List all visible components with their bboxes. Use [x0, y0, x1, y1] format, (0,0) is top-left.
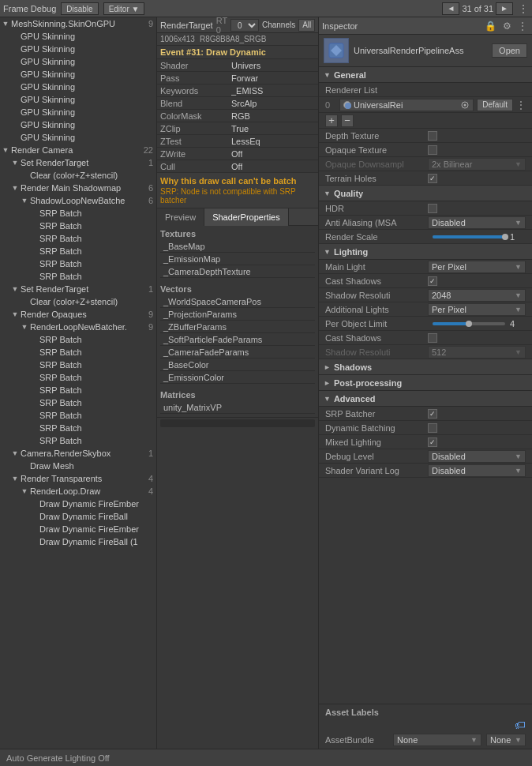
remove-renderer-button[interactable]: − [341, 115, 354, 127]
asset-icon [324, 38, 349, 63]
all-channel-button[interactable]: All [298, 19, 315, 32]
anti-aliasing-dropdown[interactable]: Disabled ▼ [428, 216, 526, 229]
depth-texture-checkbox[interactable] [428, 131, 437, 141]
tree-item-gpuskinning6[interactable]: GPU Skinning [0, 93, 156, 106]
shadow-resolution-dropdown[interactable]: 2048 ▼ [428, 289, 526, 302]
tree-item-srpbatch3[interactable]: SRP Batch [0, 232, 156, 245]
dynamic-batching-checkbox[interactable] [428, 423, 437, 433]
preview-tab[interactable]: Preview [157, 208, 204, 226]
tree-item-rendertransparents[interactable]: Render Transparents4 [0, 472, 156, 485]
tree-item-drawmesh[interactable]: Draw Mesh [0, 460, 156, 472]
hdr-checkbox[interactable] [428, 204, 437, 213]
tree-item-gpuskinning5[interactable]: GPU Skinning [0, 81, 156, 93]
additional-lights-dropdown[interactable]: Per Pixel ▼ [428, 303, 526, 316]
tree-label: ShadowLoopNewBatche [30, 196, 145, 205]
tree-item-srpbatch10[interactable]: SRP Batch [0, 371, 156, 384]
asset-bundle-dropdown2[interactable]: None ▼ [486, 734, 526, 746]
tree-item-rendercamera[interactable]: Render Camera22 [0, 144, 156, 156]
tree-arrow-icon [11, 475, 19, 483]
add-renderer-button[interactable]: + [325, 115, 338, 127]
tree-label: GPU Skinning [21, 107, 156, 117]
postprocessing-section-header[interactable]: ► Post-processing [319, 375, 532, 391]
open-button[interactable]: Open [492, 43, 527, 58]
tree-item-srpbatch2[interactable]: SRP Batch [0, 220, 156, 232]
tree-item-srpbatch12[interactable]: SRP Batch [0, 396, 156, 409]
advanced-section-header[interactable]: ▼ Advanced [319, 391, 532, 407]
tree-item-shadowloop[interactable]: ShadowLoopNewBatche6 [0, 194, 156, 207]
additional-lights-arrow-icon: ▼ [515, 306, 522, 314]
ab-none1: None [397, 735, 418, 745]
tree-item-gpuskinning7[interactable]: GPU Skinning [0, 106, 156, 118]
tree-item-setrendertarget2[interactable]: Set RenderTarget1 [0, 283, 156, 295]
renderer-item-box[interactable]: UniversalRei [339, 99, 474, 111]
tree-item-drawball1[interactable]: Draw Dynamic FireBall [0, 510, 156, 523]
renderer-item-row: 0 UniversalRei Default ⋮ [319, 97, 532, 113]
menu-button[interactable]: ⋮ [518, 3, 529, 14]
tree-item-gpuskinning8[interactable]: GPU Skinning [0, 118, 156, 131]
asset-bundle-dropdown1[interactable]: None ▼ [393, 734, 481, 746]
more-icon-button[interactable]: ⋮ [516, 21, 529, 32]
tree-item-srpbatch13[interactable]: SRP Batch [0, 409, 156, 422]
tree-item-clearcolorz2[interactable]: Clear (color+Z+stencil) [0, 295, 156, 308]
tree-item-srpbatch4[interactable]: SRP Batch [0, 245, 156, 257]
per-object-limit-row: Per Object Limit 4 [319, 317, 532, 331]
tree-item-rendernewbatcher[interactable]: RenderLoopNewBatcher.9 [0, 321, 156, 333]
tree-item-srpbatch8[interactable]: SRP Batch [0, 346, 156, 359]
main-light-dropdown[interactable]: Per Pixel ▼ [428, 261, 526, 273]
mixed-lighting-checkbox[interactable] [428, 437, 437, 447]
tree-item-srpbatch7[interactable]: SRP Batch [0, 333, 156, 346]
lighting-section-header[interactable]: ▼ Lighting [319, 244, 532, 260]
vector-row: _ZBufferParams [160, 321, 315, 333]
tree-item-rendermain[interactable]: Render Main Shadowmap6 [0, 182, 156, 194]
disable-button[interactable]: Disable [61, 2, 98, 15]
srp-batcher-checkbox[interactable] [428, 409, 437, 419]
tree-label: Draw Dynamic FireEmber [39, 524, 156, 534]
tree-item-srpbatch5[interactable]: SRP Batch [0, 257, 156, 270]
tree-item-gpuskinning3[interactable]: GPU Skinning [0, 55, 156, 68]
tree-item-gpuskinning4[interactable]: GPU Skinning [0, 68, 156, 81]
opaque-texture-checkbox[interactable] [428, 145, 437, 155]
tree-item-srpbatch6[interactable]: SRP Batch [0, 270, 156, 283]
renderer-menu-button[interactable]: ⋮ [516, 100, 526, 111]
tree-item-srpbatch1[interactable]: SRP Batch [0, 207, 156, 220]
anti-aliasing-row: Anti Aliasing (MSA Disabled ▼ [319, 216, 532, 230]
tree-item-drawball2[interactable]: Draw Dynamic FireBall (1 [0, 535, 156, 548]
tree-item-renderopaques[interactable]: Render Opaques9 [0, 308, 156, 321]
prev-frame-button[interactable]: ◄ [442, 2, 459, 15]
terrain-holes-checkbox[interactable] [428, 174, 437, 183]
tree-item-setrendertarget1[interactable]: Set RenderTarget1 [0, 156, 156, 169]
render-scale-thumb[interactable] [502, 234, 508, 240]
shader-properties-tab[interactable]: ShaderProperties [204, 208, 289, 226]
tree-item-meshskinning[interactable]: MeshSkinning.SkinOnGPU9 [0, 17, 156, 30]
tree-item-renderloopdraw[interactable]: RenderLoop.Draw4 [0, 485, 156, 498]
next-frame-button[interactable]: ► [496, 2, 513, 15]
tree-label: Draw Dynamic FireBall [39, 512, 156, 521]
general-section-header[interactable]: ▼ General [319, 67, 532, 83]
quality-section-header[interactable]: ▼ Quality [319, 186, 532, 201]
shadows-section-header[interactable]: ► Shadows [319, 359, 532, 375]
tree-item-gpuskinning9[interactable]: GPU Skinning [0, 131, 156, 144]
per-object-thumb[interactable] [466, 321, 472, 327]
editor-button[interactable]: Editor ▼ [103, 2, 145, 15]
cast-shadows-checkbox[interactable] [428, 276, 437, 286]
tree-item-gpuskinning1[interactable]: GPU Skinning [0, 30, 156, 43]
tree-item-drawember2[interactable]: Draw Dynamic FireEmber [0, 523, 156, 535]
rt-dropdown[interactable]: 0 [230, 19, 259, 32]
tree-item-srpbatch11[interactable]: SRP Batch [0, 384, 156, 396]
shader-variant-dropdown[interactable]: Disabled ▼ [428, 464, 526, 477]
tree-item-srpbatch15[interactable]: SRP Batch [0, 434, 156, 447]
tree-item-clearcolorz[interactable]: Clear (color+Z+stencil) [0, 169, 156, 182]
settings-icon-button[interactable]: ⚙ [501, 21, 513, 32]
tree-count: 1 [148, 158, 153, 167]
horizontal-scrollbar[interactable] [160, 419, 315, 427]
tree-item-cameraskybox[interactable]: Camera.RenderSkybox1 [0, 447, 156, 460]
debug-level-dropdown[interactable]: Disabled ▼ [428, 450, 526, 463]
lock-icon-button[interactable]: 🔒 [483, 21, 498, 32]
renderer-default-button[interactable]: Default [477, 99, 513, 111]
tree-item-gpuskinning2[interactable]: GPU Skinning [0, 43, 156, 55]
prop-val: Off [231, 162, 242, 171]
tree-item-drawember1[interactable]: Draw Dynamic FireEmber [0, 498, 156, 510]
tree-item-srpbatch14[interactable]: SRP Batch [0, 422, 156, 434]
cast-shadows2-checkbox[interactable] [428, 333, 437, 343]
tree-item-srpbatch9[interactable]: SRP Batch [0, 359, 156, 371]
